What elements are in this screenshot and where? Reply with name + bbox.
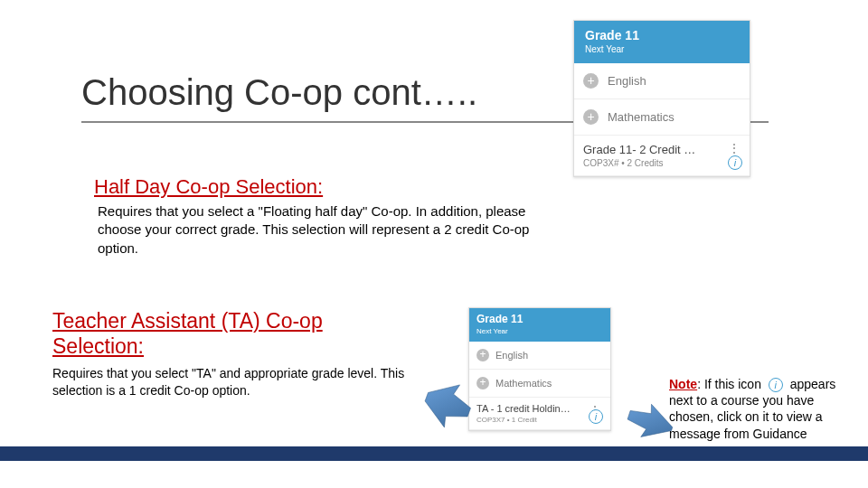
info-button[interactable]: i: [728, 154, 742, 170]
slide-title: Choosing Co-op cont…..: [81, 72, 477, 113]
course-row[interactable]: + English: [574, 63, 750, 99]
course-label: English: [495, 350, 528, 361]
info-icon: i: [589, 409, 603, 424]
plus-icon: +: [583, 109, 599, 125]
note-before: : If this icon: [697, 377, 761, 391]
card-grade: Grade 11: [476, 313, 603, 325]
selected-course-row[interactable]: Grade 11- 2 Credit … COP3X# • 2 Credits …: [574, 136, 750, 176]
plus-icon: +: [583, 73, 599, 89]
grade-card-large: Grade 11 Next Year + English + Mathemati…: [573, 20, 750, 177]
card-grade: Grade 11: [585, 28, 739, 42]
selected-title: Grade 11- 2 Credit …: [583, 143, 741, 156]
halfday-heading: Half Day Co-op Selection:: [94, 175, 323, 199]
halfday-body: Requires that you select a "Floating hal…: [98, 202, 541, 258]
ta-body: Requires that you select "TA" and approp…: [52, 365, 441, 399]
plus-icon: +: [476, 349, 489, 361]
course-label: Mathematics: [608, 110, 675, 124]
selected-title: TA - 1 credit Holdin…: [476, 403, 603, 414]
course-label: Mathematics: [495, 378, 552, 389]
ta-heading: Teacher Assistant (TA) Co-op Selection:: [52, 309, 378, 359]
footer-bar: [0, 446, 868, 461]
course-row[interactable]: + Mathematics: [574, 99, 750, 136]
note-text: Note: If this icon i appears next to a c…: [669, 376, 859, 442]
course-label: English: [608, 74, 646, 88]
note-label: Note: [669, 377, 697, 391]
info-icon: i: [769, 378, 783, 392]
course-row[interactable]: + Mathematics: [469, 370, 610, 398]
selected-subtitle: COP3X7 • 1 Credit: [476, 416, 603, 424]
card-header: Grade 11 Next Year: [469, 308, 610, 342]
selected-course-row[interactable]: TA - 1 credit Holdin… COP3X7 • 1 Credit …: [469, 398, 610, 430]
course-row[interactable]: + English: [469, 342, 610, 370]
grade-card-small: Grade 11 Next Year + English + Mathemati…: [468, 307, 611, 431]
plus-icon: +: [476, 377, 489, 389]
card-nextyear: Next Year: [476, 327, 603, 335]
selected-subtitle: COP3X# • 2 Credits: [583, 158, 741, 168]
card-header: Grade 11 Next Year: [574, 21, 750, 63]
card-nextyear: Next Year: [585, 44, 739, 54]
info-icon: i: [728, 155, 742, 170]
info-button[interactable]: i: [589, 408, 603, 424]
